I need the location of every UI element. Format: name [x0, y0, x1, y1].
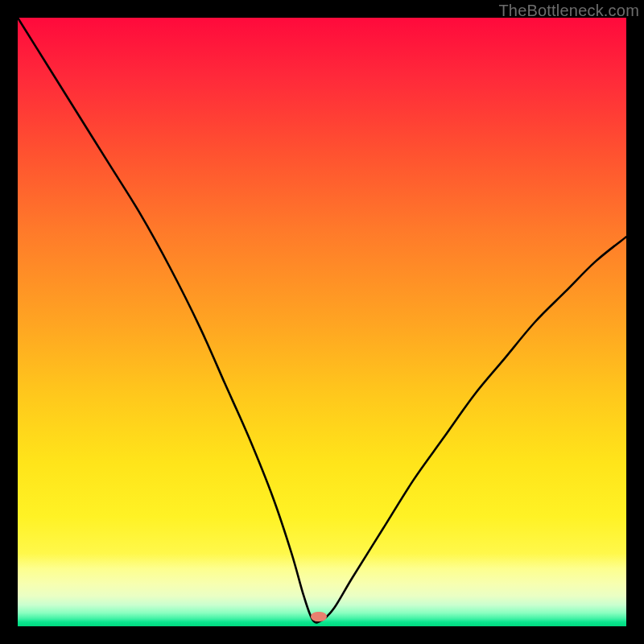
watermark-text: TheBottleneck.com: [498, 2, 639, 20]
bottleneck-curve: [18, 18, 626, 626]
plot-area: [18, 18, 626, 626]
optimum-marker: [311, 612, 327, 621]
chart-frame: TheBottleneck.com: [0, 0, 644, 644]
